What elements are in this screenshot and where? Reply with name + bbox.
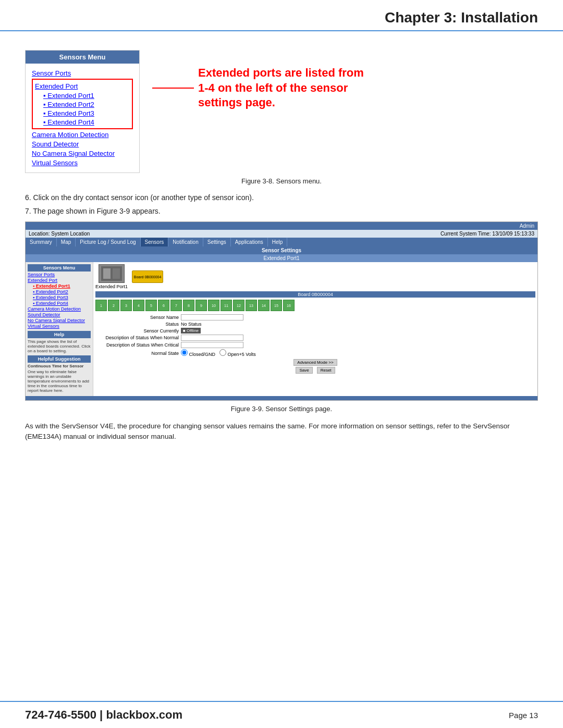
no-camera-signal-link[interactable]: No Camera Signal Detector	[32, 150, 133, 157]
ss-port-1[interactable]: 1	[95, 300, 107, 311]
ss-desc-critical-row: Description of Status When Critical	[95, 342, 535, 348]
ss-time: Current System Time: 13/10/09 15:13:33	[440, 231, 534, 237]
ss-sidebar-title: Sensors Menu	[28, 264, 91, 272]
ss-no-camera-link[interactable]: No Camera Signal Detector	[28, 318, 91, 323]
sound-detector-link[interactable]: Sound Detector	[32, 140, 133, 148]
ss-sensor-ports-link[interactable]: Sensor Ports	[28, 272, 91, 277]
ss-desc-critical-label: Description of Status When Critical	[95, 342, 179, 348]
callout-container: Extended ports are listed from 1-4 on th…	[152, 66, 375, 110]
ss-admin-bar: Admin	[26, 222, 537, 230]
ss-radio-open-input[interactable]	[219, 349, 226, 356]
ss-body: Sensors Menu Sensor Ports Extended Port …	[26, 262, 537, 396]
ss-board-id: Board 0B000004	[134, 275, 162, 279]
ss-ep3-link[interactable]: ▪ Extended Port3	[28, 295, 91, 300]
ss-port-10[interactable]: 10	[208, 300, 219, 311]
ss-port-14[interactable]: 14	[258, 300, 270, 311]
sensor-ports-link[interactable]: Sensor Ports	[32, 69, 133, 77]
ss-extended-port-link[interactable]: Extended Port	[28, 278, 91, 283]
nav-applications[interactable]: Applications	[231, 238, 268, 246]
figure-3-9-screenshot: Admin Location: System Location Current …	[25, 221, 538, 401]
body-text: As with the ServSensor V4E, the procedur…	[25, 421, 538, 442]
ss-save-reset-row: Save Reset	[95, 367, 535, 374]
ss-port-3[interactable]: 3	[120, 300, 132, 311]
nav-picture-log[interactable]: Picture Log / Sound Log	[76, 238, 140, 246]
extended-port-link[interactable]: Extended Port	[35, 82, 130, 90]
ss-status-label: Status	[95, 322, 179, 327]
ss-status-row: Status No Status	[95, 322, 535, 327]
ss-sensor-name-input[interactable]	[181, 314, 243, 320]
ss-normal-state-label: Normal State	[95, 351, 179, 356]
extended-port3-link[interactable]: ▪ Extended Port3	[35, 109, 130, 117]
ss-port-5[interactable]: 5	[145, 300, 157, 311]
ss-ep1-link[interactable]: ▪ Extended Port1	[28, 283, 91, 289]
ss-desc-critical-input[interactable]	[181, 342, 243, 348]
ss-board-image	[99, 264, 125, 283]
ss-port-11[interactable]: 11	[221, 300, 232, 311]
ss-virtual-sensors-link[interactable]: Virtual Sensors	[28, 324, 91, 329]
ss-board-label: Extended Port1	[95, 284, 128, 289]
nav-settings[interactable]: Settings	[203, 238, 231, 246]
svg-rect-1	[103, 268, 111, 279]
ss-suggestion-subtitle: Continuous Time for Sensor	[28, 364, 91, 368]
ss-port-6[interactable]: 6	[158, 300, 169, 311]
chapter-title: Chapter 3: Installation	[25, 9, 538, 26]
ss-port-15[interactable]: 15	[271, 300, 282, 311]
ss-radio-closed: Closed/GND	[181, 349, 215, 357]
extended-port1-link[interactable]: ▪ Extended Port1	[35, 92, 130, 100]
nav-map[interactable]: Map	[57, 238, 76, 246]
ss-board-yellow: Board 0B000004	[132, 270, 163, 283]
page-footer: 724-746-5500 | blackbox.com Page 13	[0, 701, 563, 728]
ss-port-7[interactable]: 7	[170, 300, 182, 311]
ss-radio-open: Open+5 Volts	[219, 349, 256, 357]
ss-sound-detector-link[interactable]: Sound Detector	[28, 312, 91, 317]
nav-sensors[interactable]: Sensors	[141, 238, 169, 246]
step-6-text: 6. Click on the dry contact sensor icon …	[25, 193, 538, 202]
nav-summary[interactable]: Summary	[26, 238, 57, 246]
ss-board-bar: Board 0B000004	[95, 291, 535, 298]
ss-ep2-link[interactable]: ▪ Extended Port2	[28, 289, 91, 294]
ss-sensor-currently-value: ■ Offline	[181, 328, 201, 334]
ss-advanced-btn[interactable]: Advanced Mode >>	[293, 359, 337, 366]
ss-normal-state-row: Normal State Closed/GND Open+5 Volts	[95, 349, 535, 357]
svg-rect-2	[113, 268, 120, 279]
ss-reset-btn[interactable]: Reset	[317, 367, 335, 374]
extended-port4-link[interactable]: ▪ Extended Port4	[35, 118, 130, 126]
ss-save-btn[interactable]: Save	[296, 367, 312, 374]
ss-port-8[interactable]: 8	[183, 300, 194, 311]
page-header: Chapter 3: Installation	[0, 0, 563, 31]
virtual-sensors-link[interactable]: Virtual Sensors	[32, 159, 133, 167]
nav-notification[interactable]: Notification	[168, 238, 203, 246]
ss-port-13[interactable]: 13	[246, 300, 257, 311]
extended-port-highlight: Extended Port ▪ Extended Port1 ▪ Extende…	[32, 79, 133, 129]
ss-camera-motion-link[interactable]: Camera Motion Detection	[28, 306, 91, 312]
ss-location-bar: Location: System Location Current System…	[26, 230, 537, 238]
ss-sidebar: Sensors Menu Sensor Ports Extended Port …	[26, 262, 93, 396]
ss-sensor-name-label: Sensor Name	[95, 315, 179, 320]
ss-sensor-settings-bar: Sensor Settings	[26, 246, 537, 254]
ss-suggestion-section: Helpful Suggestion	[28, 355, 91, 363]
ss-radio-closed-input[interactable]	[181, 349, 188, 356]
ss-port-2[interactable]: 2	[108, 300, 119, 311]
ss-extended-port-bar: Extended Port1	[26, 254, 537, 262]
ss-location: Location: System Location	[29, 231, 90, 237]
figure-3-8-container: Sensors Menu Sensor Ports Extended Port …	[25, 50, 538, 173]
ss-sensor-currently-label: Sensor Currently	[95, 328, 179, 334]
ss-nav: Summary Map Picture Log / Sound Log Sens…	[26, 238, 537, 246]
figure-3-9-caption: Figure 3-9. Sensor Settings page.	[25, 405, 538, 413]
footer-page: Page 13	[509, 711, 538, 720]
ss-status-value: No Status	[181, 322, 202, 327]
ss-sensor-currently-row: Sensor Currently ■ Offline	[95, 328, 535, 334]
ss-board-area: Extended Port1 Board 0B000004	[95, 264, 535, 289]
nav-help[interactable]: Help	[268, 238, 288, 246]
ss-port-12[interactable]: 12	[233, 300, 244, 311]
extended-port2-link[interactable]: ▪ Extended Port2	[35, 101, 130, 108]
ss-ep4-link[interactable]: ▪ Extended Port4	[28, 301, 91, 306]
ss-desc-normal-input[interactable]	[181, 335, 243, 341]
ss-port-4[interactable]: 4	[133, 300, 144, 311]
ss-buttons-row: Advanced Mode >>	[95, 359, 535, 366]
camera-motion-link[interactable]: Camera Motion Detection	[32, 131, 133, 139]
ss-port-9[interactable]: 9	[195, 300, 207, 311]
ss-port-16[interactable]: 16	[283, 300, 295, 311]
ss-form: Sensor Name Status No Status Sensor Curr…	[95, 314, 535, 374]
main-content: Sensors Menu Sensor Ports Extended Port …	[0, 31, 563, 460]
